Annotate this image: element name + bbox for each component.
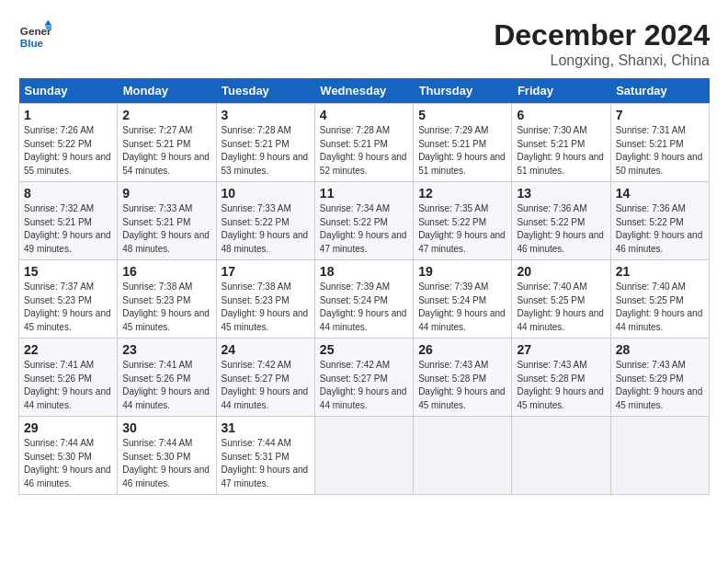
day-number: 24 [222, 342, 310, 357]
day-number: 4 [320, 108, 408, 122]
day-number: 9 [122, 186, 210, 201]
calendar-day-cell: 20 Sunrise: 7:40 AMSunset: 5:25 PMDaylig… [512, 260, 610, 339]
day-number: 11 [320, 186, 408, 201]
calendar-body: 1 Sunrise: 7:26 AMSunset: 5:22 PMDayligh… [19, 104, 710, 495]
day-number: 13 [517, 186, 605, 201]
day-detail: Sunrise: 7:43 AMSunset: 5:29 PMDaylight:… [616, 360, 703, 410]
day-number: 23 [122, 342, 210, 357]
day-detail: Sunrise: 7:31 AMSunset: 5:21 PMDaylight:… [616, 125, 703, 176]
day-number: 10 [222, 186, 310, 201]
calendar-day-cell: 4 Sunrise: 7:28 AMSunset: 5:21 PMDayligh… [314, 104, 413, 182]
day-detail: Sunrise: 7:44 AMSunset: 5:31 PMDaylight:… [222, 438, 309, 488]
calendar-day-cell: 27 Sunrise: 7:43 AMSunset: 5:28 PMDaylig… [512, 339, 610, 417]
day-number: 3 [222, 108, 310, 122]
calendar-day-cell [610, 417, 709, 495]
calendar-week-row: 22 Sunrise: 7:41 AMSunset: 5:26 PMDaylig… [19, 339, 710, 417]
month-title: December 2024 [494, 18, 710, 52]
day-number: 18 [320, 264, 408, 279]
calendar-day-cell: 26 Sunrise: 7:43 AMSunset: 5:28 PMDaylig… [414, 339, 512, 417]
day-detail: Sunrise: 7:38 AMSunset: 5:23 PMDaylight:… [122, 282, 210, 332]
day-detail: Sunrise: 7:44 AMSunset: 5:30 PMDaylight:… [24, 438, 111, 488]
calendar-day-cell: 29 Sunrise: 7:44 AMSunset: 5:30 PMDaylig… [19, 417, 118, 495]
day-of-week-header: Saturday [610, 78, 709, 104]
day-detail: Sunrise: 7:37 AMSunset: 5:23 PMDaylight:… [24, 282, 111, 332]
day-of-week-header: Sunday [19, 78, 118, 104]
logo-icon: General Blue [18, 18, 51, 52]
day-number: 14 [616, 186, 704, 201]
calendar-day-cell: 17 Sunrise: 7:38 AMSunset: 5:23 PMDaylig… [216, 260, 314, 339]
calendar-day-cell: 21 Sunrise: 7:40 AMSunset: 5:25 PMDaylig… [610, 260, 709, 339]
calendar-day-cell: 3 Sunrise: 7:28 AMSunset: 5:21 PMDayligh… [216, 104, 314, 182]
day-number: 28 [616, 342, 704, 357]
days-header-row: SundayMondayTuesdayWednesdayThursdayFrid… [19, 78, 710, 104]
day-detail: Sunrise: 7:44 AMSunset: 5:30 PMDaylight:… [122, 438, 210, 488]
day-detail: Sunrise: 7:28 AMSunset: 5:21 PMDaylight:… [320, 125, 407, 176]
day-number: 29 [24, 420, 112, 435]
calendar-week-row: 15 Sunrise: 7:37 AMSunset: 5:23 PMDaylig… [19, 260, 710, 339]
calendar-day-cell: 5 Sunrise: 7:29 AMSunset: 5:21 PMDayligh… [414, 104, 512, 182]
calendar-week-row: 29 Sunrise: 7:44 AMSunset: 5:30 PMDaylig… [19, 417, 710, 495]
day-number: 31 [222, 420, 310, 435]
calendar-day-cell: 28 Sunrise: 7:43 AMSunset: 5:29 PMDaylig… [610, 339, 709, 417]
calendar-day-cell [414, 417, 512, 495]
day-number: 6 [517, 108, 605, 122]
day-number: 17 [222, 264, 310, 279]
day-number: 2 [122, 108, 210, 122]
calendar-day-cell: 19 Sunrise: 7:39 AMSunset: 5:24 PMDaylig… [414, 260, 512, 339]
calendar-day-cell: 12 Sunrise: 7:35 AMSunset: 5:22 PMDaylig… [414, 182, 512, 260]
day-number: 30 [122, 420, 210, 435]
day-detail: Sunrise: 7:36 AMSunset: 5:22 PMDaylight:… [517, 203, 604, 254]
calendar-table: SundayMondayTuesdayWednesdayThursdayFrid… [18, 78, 710, 495]
day-detail: Sunrise: 7:40 AMSunset: 5:25 PMDaylight:… [517, 282, 604, 332]
day-of-week-header: Wednesday [314, 78, 413, 104]
calendar-day-cell: 8 Sunrise: 7:32 AMSunset: 5:21 PMDayligh… [19, 182, 118, 260]
calendar-day-cell [512, 417, 610, 495]
calendar-day-cell: 1 Sunrise: 7:26 AMSunset: 5:22 PMDayligh… [19, 104, 118, 182]
day-detail: Sunrise: 7:41 AMSunset: 5:26 PMDaylight:… [24, 360, 111, 410]
day-detail: Sunrise: 7:28 AMSunset: 5:21 PMDaylight:… [222, 125, 309, 176]
day-detail: Sunrise: 7:43 AMSunset: 5:28 PMDaylight:… [418, 360, 506, 410]
day-detail: Sunrise: 7:39 AMSunset: 5:24 PMDaylight:… [418, 282, 506, 332]
day-detail: Sunrise: 7:36 AMSunset: 5:22 PMDaylight:… [616, 203, 703, 254]
day-number: 1 [24, 108, 112, 122]
calendar-day-cell: 9 Sunrise: 7:33 AMSunset: 5:21 PMDayligh… [118, 182, 216, 260]
calendar-day-cell: 6 Sunrise: 7:30 AMSunset: 5:21 PMDayligh… [512, 104, 610, 182]
day-detail: Sunrise: 7:40 AMSunset: 5:25 PMDaylight:… [616, 282, 703, 332]
calendar-week-row: 8 Sunrise: 7:32 AMSunset: 5:21 PMDayligh… [19, 182, 710, 260]
day-of-week-header: Thursday [414, 78, 512, 104]
day-number: 25 [320, 342, 408, 357]
calendar-week-row: 1 Sunrise: 7:26 AMSunset: 5:22 PMDayligh… [19, 104, 710, 182]
day-detail: Sunrise: 7:33 AMSunset: 5:21 PMDaylight:… [122, 203, 210, 254]
day-number: 21 [616, 264, 704, 279]
day-detail: Sunrise: 7:29 AMSunset: 5:21 PMDaylight:… [418, 125, 506, 176]
day-detail: Sunrise: 7:42 AMSunset: 5:27 PMDaylight:… [320, 360, 407, 410]
day-number: 20 [517, 264, 605, 279]
calendar-day-cell: 31 Sunrise: 7:44 AMSunset: 5:31 PMDaylig… [216, 417, 314, 495]
day-number: 19 [418, 264, 506, 279]
title-area: December 2024 Longxing, Shanxi, China [494, 18, 710, 69]
day-detail: Sunrise: 7:33 AMSunset: 5:22 PMDaylight:… [222, 203, 309, 254]
day-detail: Sunrise: 7:30 AMSunset: 5:21 PMDaylight:… [517, 125, 604, 176]
calendar-day-cell: 25 Sunrise: 7:42 AMSunset: 5:27 PMDaylig… [314, 339, 413, 417]
day-of-week-header: Monday [118, 78, 216, 104]
calendar-day-cell: 24 Sunrise: 7:42 AMSunset: 5:27 PMDaylig… [216, 339, 314, 417]
day-detail: Sunrise: 7:38 AMSunset: 5:23 PMDaylight:… [222, 282, 309, 332]
day-detail: Sunrise: 7:42 AMSunset: 5:27 PMDaylight:… [222, 360, 309, 410]
calendar-day-cell: 18 Sunrise: 7:39 AMSunset: 5:24 PMDaylig… [314, 260, 413, 339]
calendar-day-cell: 23 Sunrise: 7:41 AMSunset: 5:26 PMDaylig… [118, 339, 216, 417]
calendar-day-cell: 10 Sunrise: 7:33 AMSunset: 5:22 PMDaylig… [216, 182, 314, 260]
day-number: 8 [24, 186, 112, 201]
calendar-day-cell: 22 Sunrise: 7:41 AMSunset: 5:26 PMDaylig… [19, 339, 118, 417]
day-number: 27 [517, 342, 605, 357]
day-detail: Sunrise: 7:39 AMSunset: 5:24 PMDaylight:… [320, 282, 407, 332]
calendar-day-cell: 2 Sunrise: 7:27 AMSunset: 5:21 PMDayligh… [118, 104, 216, 182]
calendar-day-cell: 15 Sunrise: 7:37 AMSunset: 5:23 PMDaylig… [19, 260, 118, 339]
day-detail: Sunrise: 7:35 AMSunset: 5:22 PMDaylight:… [418, 203, 506, 254]
day-number: 12 [418, 186, 506, 201]
day-number: 26 [418, 342, 506, 357]
calendar-day-cell: 14 Sunrise: 7:36 AMSunset: 5:22 PMDaylig… [610, 182, 709, 260]
day-number: 16 [122, 264, 210, 279]
day-detail: Sunrise: 7:43 AMSunset: 5:28 PMDaylight:… [517, 360, 604, 410]
day-detail: Sunrise: 7:32 AMSunset: 5:21 PMDaylight:… [24, 203, 111, 254]
calendar-day-cell: 30 Sunrise: 7:44 AMSunset: 5:30 PMDaylig… [118, 417, 216, 495]
